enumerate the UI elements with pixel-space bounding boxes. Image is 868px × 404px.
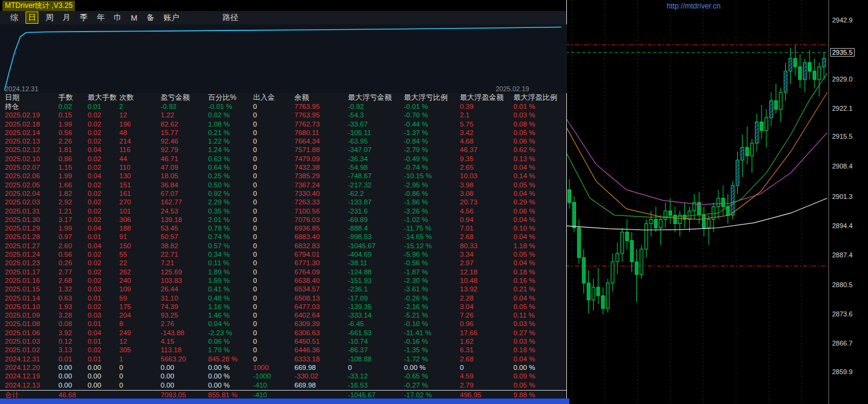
cell: 7263.33 bbox=[294, 198, 348, 206]
cell: -1.72 % bbox=[404, 355, 460, 363]
cell: 2025.01.28 bbox=[5, 232, 58, 241]
cell: 2.76 bbox=[161, 319, 208, 328]
menu-item-5[interactable]: 年 bbox=[95, 12, 106, 23]
cell: 0.56 bbox=[58, 250, 88, 259]
cell: 0.02 bbox=[88, 346, 119, 354]
menu-item-6[interactable]: 巾 bbox=[112, 12, 123, 23]
cell: 0 bbox=[253, 181, 294, 189]
cell: 0.00 % bbox=[208, 381, 253, 389]
menu-item-1[interactable]: 日 bbox=[26, 12, 38, 24]
cell: 2025.01.29 bbox=[5, 224, 58, 232]
price-axis-label: 2935.5 bbox=[830, 48, 855, 57]
cell: 2025.01.30 bbox=[5, 215, 58, 224]
price-axis[interactable]: 2942.92935.52929.02922.12915.52908.42901… bbox=[828, 0, 868, 404]
menu-item-7[interactable]: M bbox=[129, 13, 139, 23]
menu-item-2[interactable]: 周 bbox=[44, 12, 55, 23]
cell: 0.02 bbox=[88, 128, 119, 137]
cell: 6402.64 bbox=[294, 311, 348, 319]
cell: 7367.24 bbox=[294, 181, 348, 189]
cell: 0.05 % bbox=[513, 302, 564, 311]
cell: 0 bbox=[253, 198, 294, 206]
cell: 24.53 bbox=[161, 207, 208, 215]
cell: 0.01 % bbox=[513, 102, 564, 111]
equity-curve-chart bbox=[0, 24, 567, 93]
cell: 0.21 % bbox=[513, 285, 564, 293]
cell: 22 bbox=[119, 259, 161, 267]
cell: 1.46 % bbox=[208, 311, 253, 319]
table-header-row: 日期手数最大手数次数盈亏金额百分比%出入金余额最大浮亏金额最大浮亏比例最大浮盈金… bbox=[0, 93, 567, 102]
cell: -15.12 % bbox=[404, 242, 460, 250]
cell: 2 bbox=[119, 102, 161, 111]
cell: 0.02 bbox=[88, 207, 119, 215]
menu-item-0[interactable]: 综 bbox=[9, 12, 20, 23]
cell: -1000 bbox=[253, 372, 294, 380]
cell: 2025.01.10 bbox=[5, 302, 58, 311]
cell: 0 bbox=[253, 128, 294, 137]
cell: -333.14 bbox=[348, 311, 404, 319]
cell: -330.02 bbox=[294, 372, 348, 380]
cell: 4.59 bbox=[460, 372, 513, 380]
cell: 1.08 % bbox=[208, 120, 253, 128]
price-axis-label: 2942.9 bbox=[832, 16, 853, 24]
cell: 0 bbox=[253, 242, 294, 250]
cell: 2025.01.06 bbox=[5, 329, 58, 337]
cell: 1.81 bbox=[58, 145, 88, 154]
cell: 1.62 bbox=[460, 337, 513, 346]
cell: 2025.02.04 bbox=[5, 189, 58, 198]
menu-item-9[interactable]: 账户 bbox=[162, 12, 181, 23]
cell: 0 bbox=[253, 215, 294, 224]
price-axis-label: 2901.3 bbox=[832, 193, 853, 200]
cell: 0.00 bbox=[161, 381, 208, 389]
cell: 0 bbox=[253, 319, 294, 328]
cell: 0.02 bbox=[88, 163, 119, 172]
cell: -124.88 bbox=[348, 268, 404, 276]
mt4-trading-screen: http://mtdriver.cn 2942.92935.52929.0292… bbox=[0, 0, 868, 404]
site-url: http://mtdriver.cn bbox=[667, 2, 721, 10]
price-axis-label: 2908.4 bbox=[832, 162, 853, 170]
cell: 0.64 % bbox=[208, 163, 253, 172]
cell: 0.03 bbox=[88, 285, 119, 293]
table-row: 2025.01.230.260.02227.210.11 %06771.30-3… bbox=[0, 259, 567, 267]
cell: 0.96 bbox=[460, 319, 513, 328]
cell: 0.50 % bbox=[208, 181, 253, 189]
cell: -748.67 bbox=[348, 172, 404, 180]
cell: 0.02 bbox=[88, 276, 119, 285]
menu-item-3[interactable]: 月 bbox=[61, 12, 72, 23]
candlestick-chart[interactable] bbox=[566, 0, 828, 404]
cell: 1.93 bbox=[58, 302, 88, 311]
cell: 12.18 bbox=[460, 268, 513, 276]
cell: 101 bbox=[119, 207, 161, 215]
cell: 0 bbox=[253, 145, 294, 154]
cell: 2.68 bbox=[460, 232, 513, 241]
cell: 6534.57 bbox=[294, 285, 348, 293]
cell: -0.84 % bbox=[404, 137, 460, 145]
cell: 270 bbox=[119, 198, 161, 206]
cell: 0.25 % bbox=[208, 172, 253, 180]
cell: 0.01 bbox=[88, 355, 119, 363]
cell: 249 bbox=[119, 329, 161, 337]
cell: 1.21 bbox=[58, 207, 88, 215]
cell: 0.01 bbox=[88, 294, 119, 302]
cell: 26.44 bbox=[161, 285, 208, 293]
cell: 0.62 % bbox=[513, 145, 564, 154]
cell: -1.02 % bbox=[404, 215, 460, 224]
cell: 262 bbox=[119, 268, 161, 276]
equity-curve-panel: 2024.12.31 2025.02.19 bbox=[0, 24, 567, 93]
menu-item-8[interactable]: 备 bbox=[145, 12, 156, 23]
cell: -17.09 bbox=[348, 294, 404, 302]
cell: -54.98 bbox=[348, 163, 404, 172]
cell: -133.87 bbox=[348, 198, 404, 206]
table-row: 2025.02.121.810.0411692.791.24 %07571.88… bbox=[0, 145, 567, 154]
cell: 113.18 bbox=[161, 346, 208, 354]
cell: 0 bbox=[253, 111, 294, 119]
cell: 0 bbox=[253, 259, 294, 267]
cell: 92.79 bbox=[161, 145, 208, 154]
menu-item-4[interactable]: 季 bbox=[78, 12, 89, 23]
cell: 2025.01.14 bbox=[5, 294, 58, 302]
table-row: 2025.02.032.920.02270162.772.29 %07263.3… bbox=[0, 198, 567, 206]
table-row: 2025.01.101.930.0217574.391.16 %06477.03… bbox=[0, 302, 567, 311]
menu-item-10[interactable]: 路径 bbox=[221, 12, 240, 23]
cell: 次数 bbox=[119, 93, 161, 102]
cell: 1.66 bbox=[58, 181, 88, 189]
cell: 2025.01.16 bbox=[5, 276, 58, 285]
